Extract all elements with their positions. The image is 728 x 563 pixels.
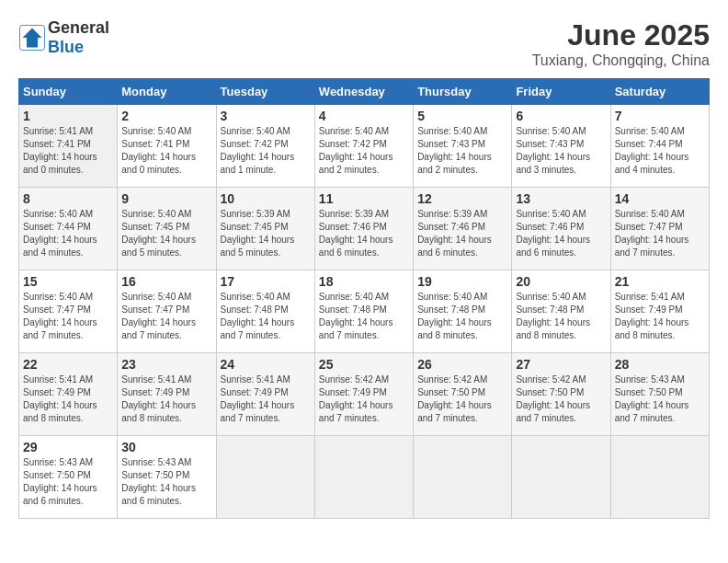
calendar-cell: 23 Sunrise: 5:41 AMSunset: 7:49 PMDaylig…: [118, 353, 216, 436]
calendar-cell: 12 Sunrise: 5:39 AMSunset: 7:46 PMDaylig…: [414, 188, 512, 270]
day-number: 7: [615, 109, 705, 123]
day-info: Sunrise: 5:40 AMSunset: 7:46 PMDaylight:…: [516, 208, 606, 259]
day-info: Sunrise: 5:40 AMSunset: 7:42 PMDaylight:…: [221, 125, 311, 177]
day-info: Sunrise: 5:42 AMSunset: 7:50 PMDaylight:…: [417, 373, 507, 425]
day-info: Sunrise: 5:39 AMSunset: 7:46 PMDaylight:…: [319, 208, 409, 259]
day-info: Sunrise: 5:41 AMSunset: 7:49 PMDaylight:…: [23, 373, 113, 425]
day-info: Sunrise: 5:40 AMSunset: 7:48 PMDaylight:…: [221, 291, 311, 342]
day-info: Sunrise: 5:40 AMSunset: 7:47 PMDaylight:…: [23, 291, 113, 342]
calendar-cell: 7 Sunrise: 5:40 AMSunset: 7:44 PMDayligh…: [610, 105, 709, 188]
day-number: 30: [121, 440, 211, 454]
calendar-cell: 24 Sunrise: 5:41 AMSunset: 7:49 PMDaylig…: [216, 353, 314, 436]
calendar-cell: 29 Sunrise: 5:43 AMSunset: 7:50 PMDaylig…: [19, 436, 118, 519]
day-number: 17: [221, 274, 311, 289]
calendar-cell: 27 Sunrise: 5:42 AMSunset: 7:50 PMDaylig…: [512, 353, 610, 436]
calendar-cell: 6 Sunrise: 5:40 AMSunset: 7:43 PMDayligh…: [512, 105, 610, 188]
day-number: 14: [615, 191, 705, 206]
empty-cell: [314, 436, 413, 519]
header-sunday: Sunday: [19, 79, 118, 105]
calendar-cell: 5 Sunrise: 5:40 AMSunset: 7:43 PMDayligh…: [414, 105, 512, 188]
calendar-cell: 3 Sunrise: 5:40 AMSunset: 7:42 PMDayligh…: [216, 105, 314, 188]
day-number: 5: [417, 109, 507, 123]
day-number: 2: [121, 109, 211, 123]
day-number: 29: [23, 440, 113, 454]
day-number: 10: [221, 191, 311, 206]
empty-cell: [216, 436, 314, 519]
day-number: 12: [417, 191, 507, 206]
title-block: June 2025 Tuxiang, Chongqing, China: [532, 18, 710, 69]
calendar-cell: 18 Sunrise: 5:40 AMSunset: 7:48 PMDaylig…: [314, 270, 413, 353]
header-tuesday: Tuesday: [216, 79, 314, 105]
calendar-cell: 26 Sunrise: 5:42 AMSunset: 7:50 PMDaylig…: [414, 353, 512, 436]
calendar-cell: 19 Sunrise: 5:40 AMSunset: 7:48 PMDaylig…: [414, 270, 512, 353]
empty-cell: [610, 436, 709, 519]
day-info: Sunrise: 5:40 AMSunset: 7:48 PMDaylight:…: [319, 291, 409, 342]
day-info: Sunrise: 5:41 AMSunset: 7:49 PMDaylight:…: [221, 373, 311, 425]
day-number: 6: [516, 109, 606, 123]
day-number: 3: [221, 109, 311, 123]
day-number: 15: [23, 274, 113, 289]
logo-text: General Blue: [48, 18, 109, 57]
calendar-cell: 10 Sunrise: 5:39 AMSunset: 7:45 PMDaylig…: [216, 188, 314, 270]
day-info: Sunrise: 5:41 AMSunset: 7:49 PMDaylight:…: [121, 373, 211, 425]
page-header: General Blue June 2025 Tuxiang, Chongqin…: [18, 18, 710, 69]
calendar-cell: 11 Sunrise: 5:39 AMSunset: 7:46 PMDaylig…: [314, 188, 413, 270]
calendar-cell: 2 Sunrise: 5:40 AMSunset: 7:41 PMDayligh…: [118, 105, 216, 188]
empty-cell: [512, 436, 610, 519]
calendar-table: Sunday Monday Tuesday Wednesday Thursday…: [18, 78, 710, 519]
calendar-row-1: 1 Sunrise: 5:41 AMSunset: 7:41 PMDayligh…: [19, 105, 710, 188]
day-number: 8: [23, 191, 113, 206]
header-saturday: Saturday: [610, 79, 709, 105]
empty-cell: 1 Sunrise: 5:41 AMSunset: 7:41 PMDayligh…: [19, 105, 118, 188]
calendar-cell: 9 Sunrise: 5:40 AMSunset: 7:45 PMDayligh…: [118, 188, 216, 270]
calendar-cell: 13 Sunrise: 5:40 AMSunset: 7:46 PMDaylig…: [512, 188, 610, 270]
location-title: Tuxiang, Chongqing, China: [532, 52, 710, 69]
day-number: 26: [417, 357, 507, 372]
calendar-row-4: 22 Sunrise: 5:41 AMSunset: 7:49 PMDaylig…: [19, 353, 710, 436]
header-wednesday: Wednesday: [314, 79, 413, 105]
day-number: 1: [23, 109, 113, 123]
day-info: Sunrise: 5:40 AMSunset: 7:43 PMDaylight:…: [417, 125, 507, 177]
day-info: Sunrise: 5:39 AMSunset: 7:46 PMDaylight:…: [417, 208, 507, 259]
header-monday: Monday: [118, 79, 216, 105]
day-number: 4: [319, 109, 409, 123]
logo-icon: [18, 24, 46, 52]
calendar-cell: 16 Sunrise: 5:40 AMSunset: 7:47 PMDaylig…: [118, 270, 216, 353]
calendar-cell: 14 Sunrise: 5:40 AMSunset: 7:47 PMDaylig…: [610, 188, 709, 270]
day-info: Sunrise: 5:40 AMSunset: 7:44 PMDaylight:…: [615, 125, 705, 177]
day-number: 22: [23, 357, 113, 372]
day-info: Sunrise: 5:43 AMSunset: 7:50 PMDaylight:…: [121, 456, 211, 508]
day-info: Sunrise: 5:40 AMSunset: 7:45 PMDaylight:…: [121, 208, 211, 259]
header-friday: Friday: [512, 79, 610, 105]
day-info: Sunrise: 5:41 AMSunset: 7:49 PMDaylight:…: [615, 291, 705, 342]
calendar-row-5: 29 Sunrise: 5:43 AMSunset: 7:50 PMDaylig…: [19, 436, 710, 519]
calendar-cell: 20 Sunrise: 5:40 AMSunset: 7:48 PMDaylig…: [512, 270, 610, 353]
calendar-cell: 21 Sunrise: 5:41 AMSunset: 7:49 PMDaylig…: [610, 270, 709, 353]
day-info: Sunrise: 5:43 AMSunset: 7:50 PMDaylight:…: [23, 456, 113, 508]
day-info: Sunrise: 5:40 AMSunset: 7:47 PMDaylight:…: [615, 208, 705, 259]
day-info: Sunrise: 5:40 AMSunset: 7:42 PMDaylight:…: [319, 125, 409, 177]
day-info: Sunrise: 5:40 AMSunset: 7:48 PMDaylight:…: [417, 291, 507, 342]
calendar-cell: 15 Sunrise: 5:40 AMSunset: 7:47 PMDaylig…: [19, 270, 118, 353]
day-number: 20: [516, 274, 606, 289]
calendar-cell: 4 Sunrise: 5:40 AMSunset: 7:42 PMDayligh…: [314, 105, 413, 188]
day-number: 28: [615, 357, 705, 372]
calendar-cell: 17 Sunrise: 5:40 AMSunset: 7:48 PMDaylig…: [216, 270, 314, 353]
logo-general: General: [48, 18, 109, 37]
day-info: Sunrise: 5:41 AMSunset: 7:41 PMDaylight:…: [23, 125, 113, 177]
day-number: 24: [221, 357, 311, 372]
day-number: 9: [121, 191, 211, 206]
day-info: Sunrise: 5:40 AMSunset: 7:47 PMDaylight:…: [121, 291, 211, 342]
header-thursday: Thursday: [414, 79, 512, 105]
day-info: Sunrise: 5:40 AMSunset: 7:48 PMDaylight:…: [516, 291, 606, 342]
day-number: 27: [516, 357, 606, 372]
calendar-cell: 22 Sunrise: 5:41 AMSunset: 7:49 PMDaylig…: [19, 353, 118, 436]
day-info: Sunrise: 5:40 AMSunset: 7:43 PMDaylight:…: [516, 125, 606, 177]
empty-cell: [414, 436, 512, 519]
month-title: June 2025: [532, 18, 710, 52]
day-number: 11: [319, 191, 409, 206]
calendar-cell: 8 Sunrise: 5:40 AMSunset: 7:44 PMDayligh…: [19, 188, 118, 270]
logo-blue: Blue: [48, 38, 84, 56]
calendar-cell: 28 Sunrise: 5:43 AMSunset: 7:50 PMDaylig…: [610, 353, 709, 436]
calendar-cell: 30 Sunrise: 5:43 AMSunset: 7:50 PMDaylig…: [118, 436, 216, 519]
